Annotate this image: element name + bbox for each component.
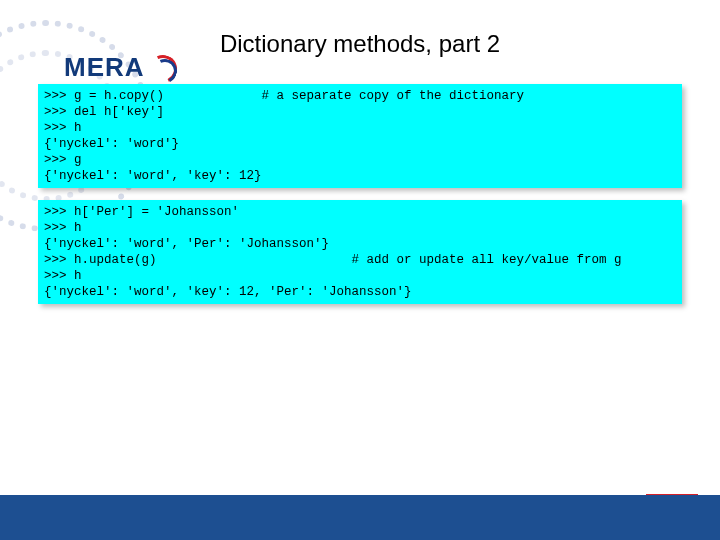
code-line: >>> h <box>44 268 676 284</box>
page-title: Dictionary methods, part 2 <box>0 30 720 58</box>
code-line: >>> h['Per'] = 'Johansson' <box>44 204 676 220</box>
code-line: {'nyckel': 'word'} <box>44 136 676 152</box>
code-block-2: >>> h['Per'] = 'Johansson' >>> h {'nycke… <box>38 200 682 304</box>
code-line: >>> g = h.copy() # a separate copy of th… <box>44 88 676 104</box>
footer-bar-blue <box>0 495 720 540</box>
code-line: {'nyckel': 'word', 'key': 12, 'Per': 'Jo… <box>44 284 676 300</box>
code-line: >>> h <box>44 220 676 236</box>
code-line: {'nyckel': 'word', 'key': 12} <box>44 168 676 184</box>
code-block-1: >>> g = h.copy() # a separate copy of th… <box>38 84 682 188</box>
code-line: {'nyckel': 'word', 'Per': 'Johansson'} <box>44 236 676 252</box>
code-line: >>> h <box>44 120 676 136</box>
logo-swoosh-icon <box>149 55 179 81</box>
code-line: >>> g <box>44 152 676 168</box>
code-line: >>> del h['key'] <box>44 104 676 120</box>
footer <box>0 494 720 540</box>
code-line: >>> h.update(g) # add or update all key/… <box>44 252 676 268</box>
